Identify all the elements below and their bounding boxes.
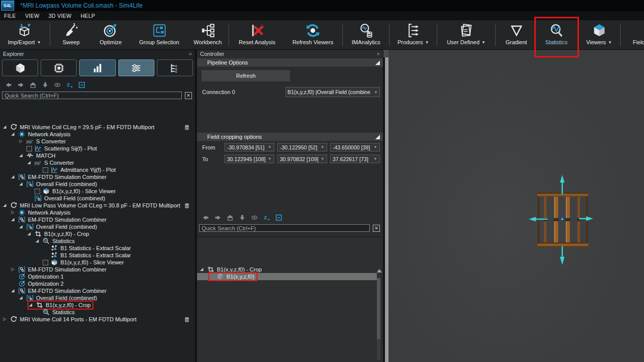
tree-row[interactable]: B1(x,y,z,f0)	[197, 273, 377, 280]
toolbar-button-viewers[interactable]: Viewers ▼	[579, 20, 619, 49]
tree-row[interactable]: ▷S Converter	[0, 138, 195, 145]
expander-open-icon[interactable]: ◢	[3, 124, 10, 131]
expander-open-icon[interactable]: ◢	[11, 131, 18, 138]
expander-closed-icon[interactable]: ▷	[11, 209, 18, 216]
crop-value-dropdown[interactable]: 37.622617 [73]▼	[330, 155, 380, 163]
down-icon[interactable]	[239, 214, 246, 221]
expander-open-icon[interactable]: ◢	[200, 266, 207, 273]
tree-row[interactable]: Optimization 1	[0, 273, 195, 280]
visibility-checkbox[interactable]	[26, 146, 32, 152]
menu-item-3d-view[interactable]: 3D VIEW	[48, 13, 71, 19]
expander-open-icon[interactable]: ◢	[19, 152, 26, 159]
expander-open-icon[interactable]: ◢	[19, 294, 26, 301]
tree-row[interactable]: ▷Network Analysis	[0, 209, 195, 216]
tree-row[interactable]: Optimization 2	[0, 280, 195, 287]
toolbar-button-imanalytics[interactable]: IMAnalytics	[344, 20, 388, 49]
tree-row[interactable]: ◢MATCH	[0, 152, 195, 159]
toolbar-button-gradient[interactable]: Gradient	[497, 20, 536, 49]
toolbar-button-field-data-tools[interactable]: Field Data Tools ▼	[622, 20, 644, 49]
toolbar-button-group-selection[interactable]: Group Selection	[131, 20, 188, 49]
toolbar-button-refresh-viewers[interactable]: Refresh Viewers	[284, 20, 341, 49]
tree-row[interactable]: ◢EM-FDTD Simulation Combiner	[0, 287, 195, 294]
tree-row[interactable]: Admittance Yij(f) - Plot	[0, 166, 195, 173]
expander-open-icon[interactable]: ◢	[36, 237, 43, 245]
crop-value-dropdown[interactable]: 30.122945 [108]▼	[224, 155, 274, 163]
visibility-checkbox[interactable]	[43, 260, 48, 265]
tree-row[interactable]: ◢B1(x,y,z,f0) - Crop	[0, 301, 195, 309]
toolbar-button-user-defined[interactable]: User Defined ▼	[438, 20, 494, 49]
tree-row[interactable]: ◢Network Analysis	[0, 131, 195, 138]
zfilter-icon[interactable]	[66, 81, 73, 88]
crop-value-dropdown[interactable]: 30.970832 [109]▼	[277, 155, 327, 163]
controller-close-icon[interactable]: ×	[377, 51, 380, 57]
tree-row[interactable]: ◢S Converter	[0, 159, 195, 166]
tree-row[interactable]: ◢EM-FDTD Simulation Combiner	[0, 173, 195, 180]
crop-value-dropdown[interactable]: -30.122950 [52]▼	[277, 143, 327, 152]
scroll-up-icon[interactable]	[377, 269, 382, 273]
collapse-box-icon[interactable]	[78, 81, 85, 88]
toolbar-button-sweep[interactable]: Sweep	[51, 20, 91, 49]
tree-row[interactable]: B1(x,y,z,f0) - Slice Viewer	[0, 259, 195, 266]
down-icon[interactable]	[42, 81, 49, 88]
tree-row[interactable]: ◢MRI Volume Coil CLeg = 29.5 pF - EM FDT…	[0, 124, 195, 131]
tree-row[interactable]: ▷EM-FDTD Simulation Combiner	[0, 266, 195, 273]
explorer-search-clear-icon[interactable]: ✕	[185, 92, 192, 99]
explorer-tab-analysis-bars-icon[interactable]	[79, 59, 115, 76]
forward-icon[interactable]	[214, 214, 221, 221]
expander-open-icon[interactable]: ◢	[29, 301, 36, 309]
tree-row[interactable]: Overall Field (combined)	[0, 195, 195, 202]
connection-dropdown[interactable]: B1(x,y,z,f0) |Overall Field (combine ▼	[285, 87, 380, 97]
home-icon[interactable]	[29, 81, 37, 88]
tree-row[interactable]: ◢B1(x,y,z,f0) - Crop	[0, 230, 195, 237]
tree-row[interactable]: ◢Overall Field (combined)	[0, 223, 195, 230]
explorer-tab-simulation-chip-icon[interactable]	[41, 59, 77, 76]
tree-row[interactable]: ◢MRI Low Pass Volume Coil CLeg = 30.8 pF…	[0, 202, 195, 209]
tree-row[interactable]: ◢Statistics	[0, 237, 195, 245]
expander-closed-icon[interactable]: ▷	[11, 266, 18, 273]
expander-open-icon[interactable]: ◢	[11, 287, 18, 294]
visibility-checkbox[interactable]	[35, 189, 40, 194]
forward-icon[interactable]	[17, 81, 24, 88]
explorer-tab-model-cube-icon[interactable]	[2, 59, 38, 76]
home-icon[interactable]	[227, 214, 234, 221]
tree-row[interactable]: ▷MRI Volume Coil 14 Ports - EM FDTD Mult…	[0, 316, 195, 323]
controller-search-clear-icon[interactable]: ✕	[373, 225, 380, 232]
toolbar-button-optimize[interactable]: Optimize	[91, 20, 131, 49]
expander-open-icon[interactable]: ◢	[19, 180, 26, 188]
back-icon[interactable]	[202, 214, 209, 221]
expander-open-icon[interactable]: ◢	[11, 173, 18, 180]
eye-icon[interactable]	[54, 81, 61, 88]
crop-value-dropdown[interactable]: -30.970834 [51]▼	[224, 143, 274, 152]
tree-row[interactable]: Statistics	[0, 309, 195, 316]
tree-row[interactable]: B1(x,y,z,f0) - Slice Viewer	[0, 188, 195, 195]
field-cropping-section[interactable]: Field cropping options	[197, 133, 383, 141]
expander-open-icon[interactable]: ◢	[27, 159, 35, 166]
visibility-checkbox[interactable]	[43, 167, 48, 173]
tree-row[interactable]: Scattering Sij(f) - Plot	[0, 145, 195, 152]
toolbar-button-imp-export[interactable]: Imp/Export ▼	[0, 20, 49, 49]
toolbar-button-reset-analysis[interactable]: Reset Analysis	[230, 20, 284, 49]
3d-viewport[interactable]	[389, 50, 644, 362]
tree-row[interactable]: ◢EM-FDTD Simulation Combiner	[0, 216, 195, 223]
explorer-search-input[interactable]	[2, 92, 182, 99]
expander-closed-icon[interactable]: ▷	[19, 138, 26, 145]
panel-splitter[interactable]	[385, 50, 389, 362]
menu-item-file[interactable]: FILE	[4, 13, 16, 19]
crop-value-dropdown[interactable]: -43.650000 [39]▼	[330, 143, 380, 152]
controller-scrollbar[interactable]	[377, 278, 380, 360]
eye-icon[interactable]	[251, 214, 258, 221]
toolbar-button-producers[interactable]: Producers ▼	[391, 20, 436, 49]
tree-row[interactable]: ◢Overall Field (combined)	[0, 180, 195, 188]
expander-open-icon[interactable]: ◢	[11, 216, 18, 223]
controller-search-input[interactable]	[199, 224, 370, 232]
expander-open-icon[interactable]: ◢	[19, 223, 26, 230]
refresh-button[interactable]: Refresh	[201, 70, 291, 82]
tree-row[interactable]: B1 Statistics - Extract Scalar	[0, 252, 195, 259]
explorer-tab-hierarchy-tree-icon[interactable]	[157, 59, 193, 76]
tree-row[interactable]: B1 Statistics - Extract Scalar	[0, 245, 195, 252]
menu-item-help[interactable]: HELP	[81, 13, 95, 19]
explorer-close-icon[interactable]: ×	[189, 51, 192, 57]
menu-item-view[interactable]: VIEW	[25, 13, 39, 19]
toolbar-button-statistics[interactable]: Statistics	[536, 20, 577, 49]
expander-closed-icon[interactable]: ▷	[3, 316, 10, 323]
